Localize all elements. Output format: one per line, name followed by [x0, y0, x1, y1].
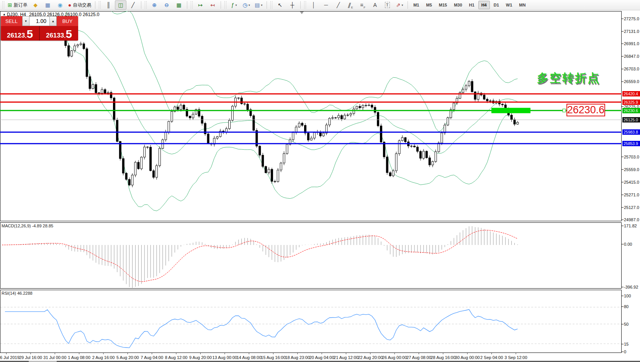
crosshair-button[interactable]: ┼	[286, 0, 298, 10]
turning-point-highlight-box[interactable]	[491, 108, 530, 113]
timeframe-m30-button[interactable]: M30	[451, 1, 465, 9]
volume-input[interactable]: 1.00	[29, 16, 49, 26]
time-axis-label: 22 Aug 20:00	[358, 355, 383, 360]
auto-scroll-button[interactable]: ↦	[195, 0, 206, 10]
buy-price-button[interactable]: 26133 . 5	[40, 26, 78, 41]
time-axis-label: 3 Sep 12:00	[504, 355, 527, 360]
crosshair-icon: ┼	[290, 2, 294, 8]
time-axis-label: 14 Aug 08:00	[237, 355, 262, 360]
chart-shift-marker[interactable]	[300, 11, 304, 14]
text-button[interactable]: A	[369, 0, 381, 10]
timeframe-h1-button[interactable]: H1	[466, 1, 478, 9]
data-window-button[interactable]: ▦	[42, 0, 54, 10]
line-chart-button[interactable]: ╱	[127, 0, 139, 10]
cursor-button[interactable]: ↖	[274, 0, 286, 10]
level-price-chip: 26230.6	[622, 108, 640, 113]
macd-indicator-label: MACD(12,26,9) -4.89 28.85	[2, 224, 53, 228]
autotrade-icon: ●	[68, 2, 71, 8]
trendline-button[interactable]: ╱	[332, 0, 344, 10]
templates-button[interactable]: ▤▾	[253, 0, 264, 10]
buy-button[interactable]: BUY	[57, 16, 78, 26]
time-axis-label: 8 Aug 12:00	[165, 355, 188, 360]
timeframe-mn-button[interactable]: MN	[516, 1, 529, 9]
indicators-button[interactable]: ƒ▾	[228, 0, 240, 10]
cursor-icon: ↖	[278, 2, 282, 8]
price-callout-box[interactable]: 26230.6	[566, 104, 605, 116]
hline-button[interactable]: ─	[320, 0, 332, 10]
periods-button[interactable]: ◷▾	[241, 0, 252, 10]
bar-chart-button[interactable]: ║	[103, 0, 114, 10]
autotrade-button-label: 自动交易	[73, 2, 91, 8]
bar-chart-icon: ║	[106, 2, 110, 8]
zoom-in-button[interactable]: ⊕	[149, 0, 160, 10]
price-tick-label: 25271.0	[624, 193, 639, 197]
timeframe-w1-button[interactable]: W1	[503, 1, 516, 9]
indicators-icon: ƒ	[231, 2, 234, 8]
arrows-button[interactable]: ⇗▾	[394, 0, 405, 10]
time-axis-label: 5 Aug 20:00	[116, 355, 139, 360]
timeframe-m1-button[interactable]: M1	[410, 1, 422, 9]
autotrade-button[interactable]: ●自动交易	[67, 0, 93, 10]
chart-bottom-border	[0, 361, 640, 362]
symbol-direction-icon: ▲	[3, 13, 6, 16]
indicators-button-dropdown-icon[interactable]: ▾	[236, 3, 237, 7]
candlestick-icon: ◫	[118, 2, 123, 8]
chart-shift-button[interactable]: ↤	[207, 0, 218, 10]
zoom-out-icon: ⊖	[164, 2, 169, 8]
new-order-button[interactable]: ⊞新订单	[6, 0, 29, 10]
hline-icon: ─	[324, 2, 328, 8]
volume-increase-button[interactable]: ▲	[49, 16, 57, 26]
price-tick-label: 27131.0	[624, 29, 639, 34]
buy-price-int: 26133	[46, 32, 64, 39]
market-watch-button[interactable]: ◆	[30, 0, 41, 10]
zoom-in-icon: ⊕	[152, 2, 157, 8]
time-axis-label: 31 Jul 00:00	[43, 355, 66, 360]
rsi-axis-label: 100	[624, 294, 631, 298]
vline-icon: │	[312, 2, 316, 8]
zoom-out-button[interactable]: ⊖	[161, 0, 172, 10]
volume-decrease-button[interactable]: ▼	[22, 16, 29, 26]
price-tick-label: 27275.0	[624, 16, 639, 21]
level-price-chip: 25853.9	[622, 141, 640, 146]
fibonacci-button[interactable]: ≡F	[357, 0, 368, 10]
price-tick-label: 25703.0	[624, 155, 639, 159]
navigator-icon: ◉	[58, 2, 62, 8]
toolbar: ⊞新订单◆▦◉●自动交易║◫╱⊕⊖▦↦↤ƒ▾◷▾▤▾↖┼│─╱∥E≡FAT⇗▾M…	[0, 0, 640, 10]
label-button[interactable]: T	[381, 0, 393, 10]
tile-windows-button[interactable]: ▦	[173, 0, 185, 10]
time-axis-label: 2 Aug 16:00	[92, 355, 115, 360]
candlestick-button[interactable]: ◫	[115, 0, 126, 10]
vline-button[interactable]: │	[308, 0, 319, 10]
templates-button-dropdown-icon[interactable]: ▾	[261, 3, 262, 7]
timeframe-h4-button[interactable]: H4	[478, 1, 490, 9]
sell-price-button[interactable]: 26123 . 5	[1, 26, 40, 41]
chart-canvas[interactable]	[0, 0, 640, 364]
navigator-button[interactable]: ◉	[54, 0, 66, 10]
level-price-chip: 26325.9	[622, 100, 640, 105]
rsi-indicator-label: RSI(14) 46.2288	[2, 291, 33, 295]
data-window-icon: ▦	[45, 2, 50, 8]
rsi-axis-label: 0	[624, 349, 626, 354]
level-price-chip: 26420.4	[622, 91, 640, 96]
time-axis-label: 30 Aug 00:00	[455, 355, 480, 360]
price-tick-label: 25127.0	[624, 205, 639, 210]
new-order-icon: ⊞	[8, 2, 12, 8]
current-price-chip: 26125.0	[622, 117, 640, 122]
time-axis-label: 26 Aug 00:00	[382, 355, 407, 360]
periods-button-dropdown-icon[interactable]: ▾	[249, 3, 250, 7]
time-axis-label: 21 Aug 12:00	[334, 355, 358, 360]
sell-button[interactable]: SELL	[1, 16, 22, 26]
market-watch-icon: ◆	[33, 2, 38, 8]
connector-handle[interactable]	[563, 109, 566, 112]
timeframe-d1-button[interactable]: D1	[491, 1, 502, 9]
text-icon: A	[373, 2, 377, 8]
timeframe-m5-button[interactable]: M5	[423, 1, 435, 9]
timeframe-m15-button[interactable]: M15	[436, 1, 450, 9]
channel-button[interactable]: ∥E	[345, 0, 356, 10]
quick-navigation-handle[interactable]	[29, 361, 57, 362]
arrows-button-dropdown-icon[interactable]: ▾	[402, 3, 403, 7]
turning-point-annotation[interactable]: 多空转折点	[537, 70, 600, 86]
time-axis-label: 28 Aug 16:00	[430, 355, 455, 360]
label-icon: T	[385, 2, 390, 8]
time-axis-label: 6 Jul 2019	[0, 355, 20, 360]
